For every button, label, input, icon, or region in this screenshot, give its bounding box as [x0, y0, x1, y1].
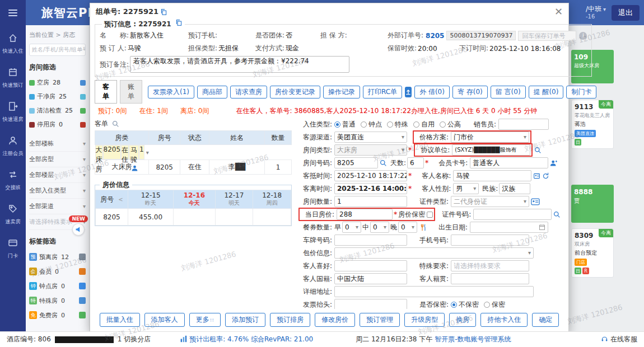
filter-tag-free[interactable]: 免 免费房 0: [29, 308, 86, 322]
filter-tag-special[interactable]: 特 特殊房 0: [29, 293, 86, 308]
close-icon[interactable]: ✕: [554, 8, 563, 16]
tab-guest-order[interactable]: 客单: [95, 80, 117, 104]
nationality-input[interactable]: 中国大陆: [334, 273, 407, 284]
member-add-icon[interactable]: [550, 160, 557, 167]
filter-checkintype-select[interactable]: 全部入住类型: [29, 183, 86, 199]
add-booking-button[interactable]: 添加预订: [225, 313, 265, 327]
megaphone-icon[interactable]: [72, 223, 85, 236]
booking-remark-input[interactable]: 若客人索取发票，请贵酒店开具，参考开票金额：¥222.74: [130, 56, 349, 73]
goods-dept-button[interactable]: 商品部: [197, 86, 227, 99]
sidebar-item-quick-checkin[interactable]: 快速入住: [0, 33, 26, 55]
radio-checkin-special[interactable]: 特殊: [387, 120, 408, 129]
sidebar-item-register-member[interactable]: 注册会员: [0, 135, 26, 157]
filter-building-select[interactable]: 全部楼栋: [29, 136, 86, 152]
hobby-input[interactable]: [334, 260, 407, 271]
filter-state-clean[interactable]: 干净房 25: [29, 90, 86, 104]
nation-input[interactable]: 汉族: [499, 183, 530, 194]
modify-rate-button[interactable]: 修改房价: [315, 313, 355, 327]
confirm-button[interactable]: 确定: [532, 313, 559, 327]
filter-tag-predeparture[interactable]: 预 预离房 12: [29, 250, 86, 264]
copy-icon[interactable]: [160, 8, 167, 16]
invoice-entry-button[interactable]: 发票录入(1): [148, 86, 194, 99]
channel-select[interactable]: 美团直连: [334, 132, 407, 143]
id-card-icon[interactable]: [531, 198, 540, 205]
booking-assign-button[interactable]: 预订排房: [270, 313, 310, 327]
sidebar-item-shift-handover[interactable]: 交接班: [0, 170, 26, 191]
filter-state-inspect[interactable]: 清洁检查 25: [29, 104, 86, 118]
search-icon[interactable]: [112, 120, 119, 128]
gender-select[interactable]: 男: [453, 183, 479, 194]
batch-checkin-button[interactable]: 批量入住: [100, 313, 140, 327]
switch-branch-link[interactable]: 1 切换分店: [118, 335, 151, 344]
guest-name-input[interactable]: 马骏: [453, 170, 531, 181]
message-button[interactable]: 留 言(0): [491, 86, 526, 99]
price-plan-select[interactable]: 门市价: [451, 132, 529, 143]
new-feature-widget[interactable]: NEW: [69, 214, 88, 236]
package-select[interactable]: [334, 247, 534, 259]
upload-icon[interactable]: [405, 87, 412, 97]
meal-evening-select[interactable]: 0: [398, 222, 417, 233]
table-row[interactable]: 大床房 8205 在住 李██ 1: [95, 160, 292, 175]
plate-input[interactable]: [334, 235, 407, 246]
invoice-title-input[interactable]: [334, 299, 407, 309]
agreement-unit-input[interactable]: (SXYZ)██████服饰有: [452, 144, 530, 156]
search-icon[interactable]: [380, 160, 387, 167]
sidebar-item-quick-sell[interactable]: 速卖房: [0, 204, 26, 226]
salesman-input[interactable]: [498, 119, 549, 130]
rate-secret-checkbox[interactable]: [427, 212, 433, 218]
sidebar-item-quick-checkout[interactable]: 快速退房: [0, 101, 26, 123]
copy-icon[interactable]: [175, 19, 183, 26]
address-input[interactable]: [334, 286, 534, 297]
radio-checkin-selfuse[interactable]: 自用: [413, 120, 435, 129]
operation-log-button[interactable]: 操作记录: [323, 86, 360, 99]
external-order-input[interactable]: 回车保存订单号: [518, 31, 576, 41]
mobile-input[interactable]: [451, 235, 529, 246]
booking-manage-button[interactable]: 预订管理: [360, 313, 400, 327]
request-inspect-button[interactable]: 请求查房: [230, 86, 267, 99]
more-button[interactable]: 更多∷: [189, 313, 221, 327]
rate-change-log-button[interactable]: 房价变更记录: [270, 86, 320, 99]
meal-morning-select[interactable]: 0: [342, 222, 361, 233]
billing-system-link[interactable]: 智开票-数电账号管理系统: [435, 335, 511, 344]
search-input[interactable]: 姓名/手机/房号/组单号: [29, 44, 86, 56]
birthday-input[interactable]: [470, 222, 548, 233]
menu-icon[interactable]: [0, 0, 26, 25]
add-guest-button[interactable]: 添加客人: [144, 313, 185, 327]
filter-state-vacant[interactable]: 空房 28: [29, 76, 86, 90]
days-input[interactable]: 6: [407, 157, 424, 168]
arrival-time-input[interactable]: 2025-12-10 18:17:22: [334, 170, 407, 181]
deposit-button[interactable]: 寄 存(0): [452, 86, 488, 99]
user-menu[interactable]: /中班 -16: [586, 6, 606, 20]
search-icon[interactable]: [534, 147, 542, 154]
room-qty-input[interactable]: 1: [334, 196, 407, 207]
online-service[interactable]: 在线客服: [601, 335, 637, 344]
scroll-left-icon[interactable]: <: [118, 196, 123, 203]
radio-checkin-normal[interactable]: 普通: [334, 120, 356, 129]
filter-tag-member[interactable]: 会 会员 0: [29, 264, 86, 279]
radio-checkin-hourly[interactable]: 钟点: [361, 120, 382, 129]
radio-secret[interactable]: 保密: [484, 300, 505, 310]
filter-channel-select[interactable]: 全部渠道: [29, 199, 86, 214]
filter-roomtype-select[interactable]: 全部房型: [29, 152, 86, 167]
id-number-input[interactable]: [473, 209, 552, 220]
room-type-select[interactable]: 大床房: [334, 144, 407, 156]
room-no-input[interactable]: 8205: [334, 157, 378, 168]
make-card-button[interactable]: 制门卡: [566, 86, 596, 99]
daily-rate-input[interactable]: 288: [337, 209, 393, 220]
print-rc-button[interactable]: 打印RC单: [363, 86, 402, 99]
lend-button[interactable]: 外 借(0): [414, 86, 450, 99]
id-type-select[interactable]: 二代身份证: [451, 196, 529, 207]
change-room-button[interactable]: 换房: [449, 313, 476, 327]
sidebar-item-quick-booking[interactable]: 快速预订: [0, 67, 26, 89]
filter-tag-hourly[interactable]: 钟 钟点房 0: [29, 279, 86, 293]
sync-icon[interactable]: [542, 172, 549, 180]
other-card-checkin-button[interactable]: 持他卡入住: [480, 313, 528, 327]
special-request-input[interactable]: 请选择特殊要求: [451, 260, 529, 271]
native-place-input[interactable]: [451, 273, 529, 284]
filter-state-disabled[interactable]: 停用房 0: [29, 118, 86, 132]
room-card-9113[interactable]: 今离 9113 零花电竞三人房 蒋浩 美团直连 日: [571, 100, 614, 149]
scan-icon[interactable]: [533, 172, 540, 180]
remind-button[interactable]: 提 醒(0): [529, 86, 564, 99]
table-row[interactable]: 8205 455.00: [96, 209, 291, 226]
departure-time-input[interactable]: 2025-12-16 14:00:00: [334, 183, 407, 194]
